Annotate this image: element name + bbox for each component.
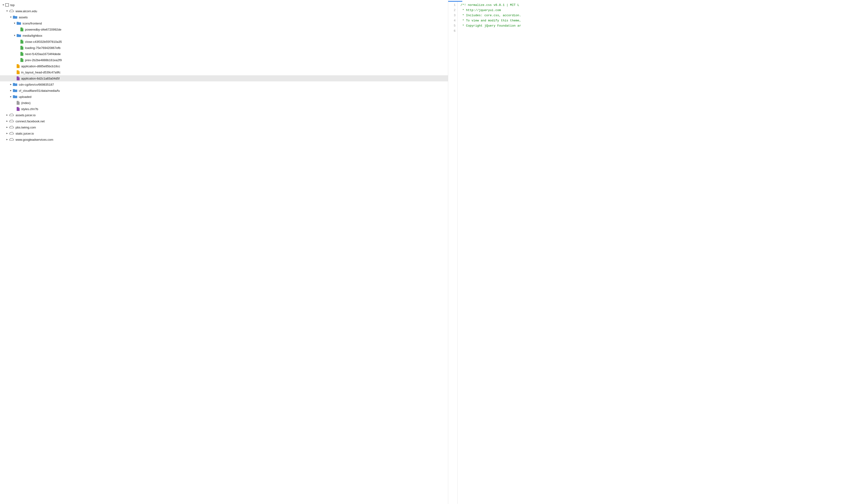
file-green-icon <box>20 40 24 44</box>
frame-icon <box>5 3 9 6</box>
tree-arrow: ▼ <box>13 22 16 25</box>
code-content: /*! normalize.css v8.0.1 | MIT L * http:… <box>458 2 862 504</box>
tree-item-label: www.googleadservices.com <box>15 138 53 142</box>
tree-item-label: close-c43f332b55f7810a35 <box>25 40 62 43</box>
tree-item-top[interactable]: ▼ top <box>0 2 448 8</box>
line-number: 3 <box>450 13 456 18</box>
tree-item-label: media/lightbox <box>23 34 42 37</box>
folder-blue-icon <box>16 22 21 25</box>
tree-item-uploaded[interactable]: ► uploaded <box>0 94 448 100</box>
tree-arrow: ▼ <box>5 10 9 12</box>
tree-item-label: loading-75e769420867efb <box>25 46 61 50</box>
code-viewer-panel: 123456 /*! normalize.css v8.0.1 | MIT L … <box>448 0 862 504</box>
tree-arrow: ► <box>5 126 9 129</box>
file-yellow-icon <box>16 64 20 68</box>
tree-arrow: ► <box>5 132 9 135</box>
tree-arrow: ► <box>5 114 9 117</box>
tree-arrow: ► <box>5 138 9 141</box>
tree-item-icons-frontend[interactable]: ▼ icons/frontend <box>0 20 448 26</box>
tree-arrow: ► <box>9 89 13 92</box>
line-number: 2 <box>450 8 456 13</box>
cloud-icon <box>9 125 14 129</box>
tree-item-application-purple[interactable]: application-6d2c1a83a04d5f <box>0 75 448 81</box>
folder-blue-icon <box>13 15 17 19</box>
code-line: * To view and modify this theme, <box>460 18 859 23</box>
cloud-icon <box>9 138 14 142</box>
tree-item-poweredby[interactable]: poweredby-d4e6720992de <box>0 26 448 32</box>
tree-item-in-layout-head[interactable]: in_layout_head-d539c47a9fc <box>0 69 448 75</box>
line-number: 5 <box>450 23 456 28</box>
file-green-icon <box>20 58 24 62</box>
tree-arrow: ▼ <box>13 34 16 37</box>
tree-item-cdn-cgi[interactable]: ► cdn-cgi/bm/cv/669835187 <box>0 81 448 88</box>
tree-item-assets-juicer[interactable]: ► assets.juicer.io <box>0 112 448 118</box>
code-line: /*! normalize.css v8.0.1 | MIT L <box>460 3 859 8</box>
tree-item-label: uploaded <box>19 95 31 98</box>
code-line: * Copyright jQuery Foundation ar <box>460 23 859 28</box>
file-green-icon <box>20 27 24 31</box>
tree-arrow: ► <box>9 83 13 86</box>
tree-item-label: next-f1420aa16734f4dede <box>25 52 61 56</box>
tree-item-www-alcorn-edu[interactable]: ▼ www.alcorn.edu <box>0 8 448 14</box>
tree-item-application-yellow[interactable]: application-d885e85bcb18cc <box>0 63 448 69</box>
tree-arrow: ► <box>5 120 9 123</box>
tree-item-label: application-d885e85bcb18cc <box>21 65 60 68</box>
tree-arrow: ▼ <box>9 16 13 18</box>
cloud-icon <box>9 119 14 123</box>
cloud-icon <box>9 113 14 117</box>
tree-item-loading[interactable]: loading-75e769420867efb <box>0 45 448 51</box>
tree-item-label: static.juicer.io <box>15 132 34 135</box>
file-green-icon <box>20 52 24 56</box>
tree-item-label: styles.cfm?b <box>21 107 38 111</box>
line-number: 6 <box>450 28 456 34</box>
folder-blue-icon <box>13 89 17 92</box>
file-green-icon <box>20 45 24 50</box>
tree-item-label: icons/frontend <box>23 22 42 25</box>
folder-blue-icon <box>16 34 21 37</box>
tree-item-styles-cfm[interactable]: styles.cfm?b <box>0 106 448 112</box>
tree-item-label: connect.facebook.net <box>15 120 45 123</box>
tree-item-label: assets.juicer.io <box>15 114 36 117</box>
file-yellow-icon <box>16 70 20 74</box>
tree-item-static-juicer[interactable]: ► static.juicer.io <box>0 130 448 136</box>
cloud-icon <box>9 132 14 135</box>
line-numbers: 123456 <box>448 2 458 504</box>
tree-item-googleadservices[interactable]: ► www.googleadservices.com <box>0 136 448 143</box>
line-number: 4 <box>450 18 456 23</box>
tree-arrow: ► <box>9 95 13 98</box>
tree-item-label: top <box>10 3 15 7</box>
line-number: 1 <box>450 3 456 8</box>
tree-item-close[interactable]: close-c43f332b55f7810a35 <box>0 39 448 45</box>
svg-rect-0 <box>5 3 9 6</box>
file-purple-icon <box>16 76 20 80</box>
tree-item-label: pbs.twimg.com <box>15 125 36 129</box>
tree-item-media-lightbox[interactable]: ▼ media/lightbox <box>0 32 448 39</box>
tree-item-label: cf_cloudflare/01/data/media/fu <box>19 89 60 92</box>
file-purple-icon <box>16 107 20 111</box>
folder-blue-icon <box>13 95 17 98</box>
tree-item-label: prev-2b2be4888b161ea2f9 <box>25 58 62 62</box>
file-gray-icon <box>16 101 20 105</box>
cloud-icon <box>9 9 14 13</box>
tree-item-connect-facebook[interactable]: ► connect.facebook.net <box>0 118 448 124</box>
tree-item-label: assets <box>19 15 28 19</box>
tree-arrow: ▼ <box>1 4 5 6</box>
tree-item-next[interactable]: next-f1420aa16734f4dede <box>0 51 448 57</box>
file-tree-panel[interactable]: ▼ top▼ www.alcorn.edu▼ assets▼ icons/fro… <box>0 0 448 504</box>
tree-item-assets[interactable]: ▼ assets <box>0 14 448 20</box>
code-line: * Includes: core.css, accordion. <box>460 13 859 18</box>
tree-item-pbs-twimg[interactable]: ► pbs.twimg.com <box>0 124 448 130</box>
tree-item-label: (index) <box>21 101 30 105</box>
tree-item-label: www.alcorn.edu <box>15 10 37 13</box>
folder-blue-icon <box>13 83 17 87</box>
tree-item-label: in_layout_head-d539c47a9fc <box>21 70 61 74</box>
tree-item-prev[interactable]: prev-2b2be4888b161ea2f9 <box>0 57 448 63</box>
tree-item-label: cdn-cgi/bm/cv/669835187 <box>19 83 54 87</box>
tree-item-index[interactable]: (index) <box>0 100 448 106</box>
tree-item-cf-cloudflare[interactable]: ► cf_cloudflare/01/data/media/fu <box>0 88 448 94</box>
tree-item-label: poweredby-d4e6720992de <box>25 28 62 31</box>
tree-item-label: application-6d2c1a83a04d5f <box>21 77 60 80</box>
code-line: * http://jqueryui.com <box>460 8 859 13</box>
